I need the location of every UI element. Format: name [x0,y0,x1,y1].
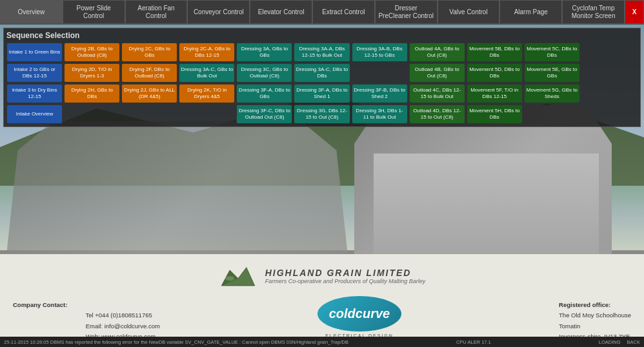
seq-btn-0[interactable]: Intake 1 to Green Bins [6,43,63,62]
coldcurve-logo-text: coldcurve [329,306,390,321]
nav-extract[interactable]: Extract Control [312,0,375,24]
seq-btn-7[interactable]: Outload 4A, GBs to Out (C8) [409,43,465,62]
sequence-panel: Sequence Selection Intake 1 to Green Bin… [3,28,641,127]
seq-btn-37[interactable]: Dressing 3G, DBs 12-15 to Out (C8) [294,104,350,124]
seq-btn-6[interactable]: Dressing 3A-B, DBs 12-15 to GBs [352,43,408,62]
seq-btn-18[interactable]: Movement 5D, DBs to DBs [467,63,523,83]
seq-btn-14[interactable]: Dressing 3A-C, GBs to Bulk Out [179,63,235,83]
status-right: LOADING BACK [599,339,640,345]
seq-btn-32[interactable]: Intake Overview [6,104,63,124]
seq-btn-21[interactable]: Intake 3 to Dry Bins 12-15 [6,84,63,103]
highland-title: HIGHLAND GRAIN LIMITED [265,268,426,278]
seq-btn-5[interactable]: Dressing 3A-A, DBs 12-15 to Bulk Out [294,43,350,62]
right-contact: Registered office: The Old Moy Schoolhou… [559,300,631,342]
registered-line2: Tomatin [559,321,631,332]
seq-btn-29[interactable]: Movement 5F, T/O in DBs 12-15 [467,84,523,103]
status-back[interactable]: BACK [627,339,640,345]
seq-btn-39[interactable]: Outload 4D, DBs 12-15 to Out (C8) [409,104,465,124]
seq-btn-15[interactable]: Dressing 3C, GBs to Outload (C8) [236,63,292,83]
seq-btn-27[interactable]: Dressing 3F-B, DBs to Shed 2 [352,84,408,103]
top-navigation: Overview Power Slide Control Aeration Fa… [0,0,644,25]
svg-point-2 [225,276,234,281]
nav-cyclofan[interactable]: Cyclofan Temp Monitor Screen [562,0,625,24]
nav-aeration-fan[interactable]: Aeration Fan Control [125,0,188,24]
seq-btn-38[interactable]: Dressing 3H, DBs 1-11 to Bulk Out [352,104,408,124]
nav-power-slide[interactable]: Power Slide Control [63,0,125,24]
nav-close[interactable]: X [625,0,644,24]
nav-conveyor[interactable]: Conveyor Control [187,0,250,24]
seq-btn-19[interactable]: Movement 5E, GBs to GBs [524,63,580,83]
nav-alarm[interactable]: Alarm Page [499,0,562,24]
seq-btn-1[interactable]: Drying 2B, GBs to Outload (C8) [64,43,120,62]
seq-btn-9[interactable]: Movement 5C, DBs to DBs [524,43,580,62]
nav-overview[interactable]: Overview [0,0,63,24]
left-contact: Company Contact: Tel +044 (0)1808511765 … [13,300,160,342]
seq-btn-3[interactable]: Drying 2C-A, GBs to DBs 12-15 [179,43,235,62]
seq-btn-20 [581,63,638,83]
coldcurve-logo-bg: coldcurve [317,296,401,332]
seq-btn-31 [581,84,638,103]
highland-text: HIGHLAND GRAIN LIMITED Farmers Co-operat… [265,268,426,284]
seq-btn-16b [352,63,408,83]
contact-company-label: Company Contact: [13,300,160,310]
status-loading: LOADING [599,339,621,345]
seq-btn-4[interactable]: Dressing 3A, GBs to GBs [236,43,292,62]
seq-btn-28[interactable]: Outload 4C, DBs 12-15 to Bulk Out [409,84,465,103]
seq-btn-30[interactable]: Movement 5G, GBs to Sheds [524,84,580,103]
nav-dresser[interactable]: Dresser PreCleaner Control [375,0,438,24]
seq-btn-26[interactable]: Dressing 3F-A, DBs to Shed 1 [294,84,350,103]
status-bar: 25-11-2015 10:28:05 DBMS has reported th… [0,337,644,347]
seq-btn-13[interactable]: Drying 2F, DBs to Outload (C8) [121,63,177,83]
seq-btn-25[interactable]: Dressing 3F-A, DBs to GBs [236,84,292,103]
seq-btn-11[interactable]: Intake 2 to GBs or DBs 12-15 [6,63,63,83]
seq-btn-42 [581,104,638,124]
seq-btn-36[interactable]: Dressing 3F-C, DBs to Outload Out (C8) [236,104,292,124]
main-area: Sequence Selection Intake 1 to Green Bin… [0,25,644,347]
seq-btn-2[interactable]: Drying 2C, GBs to GBs [121,43,177,62]
seq-btn-24[interactable]: Drying 2K, T/O in Dryers 4&5 [179,84,235,103]
seq-btn-8[interactable]: Movement 5B, DBs to DBs [467,43,523,62]
seq-btn-23[interactable]: Drying 2J, GBs to ALL (DR 4&5) [121,84,177,103]
seq-btn-17[interactable]: Outload 4B, GBs to Out (C8) [409,63,465,83]
contact-tel: Tel +044 (0)1808511765 [13,310,160,321]
status-left: 25-11-2015 10:28:05 DBMS has reported th… [4,339,348,345]
status-middle: CPU ALER 17.1 [456,339,491,345]
seq-btn-22[interactable]: Drying 2H, GBs to DBs [64,84,120,103]
nav-elevator[interactable]: Elevator Control [250,0,312,24]
seq-btn-41 [524,104,580,124]
bottom-section: HIGHLAND GRAIN LIMITED Farmers Co-operat… [0,254,644,347]
nav-valve[interactable]: Valve Control [438,0,500,24]
seq-btn-12[interactable]: Drying 2D, T/O in Dryers 1-3 [64,63,120,83]
seq-btn-33 [64,104,120,124]
registered-label: Registered office: [559,300,631,310]
highland-subtitle: Farmers Co-operative and Producers of Qu… [265,278,426,284]
seq-btn-34 [121,104,177,124]
registered-line1: The Old Moy Schoolhouse [559,310,631,321]
contact-email: Email: info@coldcurve.com [13,321,160,332]
highland-logo: HIGHLAND GRAIN LIMITED Farmers Co-operat… [219,264,426,287]
sequence-buttons-grid: Intake 1 to Green Bins Drying 2B, GBs to… [6,43,638,124]
seq-btn-35 [179,104,235,124]
highland-mountain-icon [219,264,257,287]
sequence-title: Sequence Selection [6,31,638,40]
seq-btn-16[interactable]: Dressing 3A-C, DBs to DBs [294,63,350,83]
seq-btn-40[interactable]: Movement 5H, DBs to DBs [467,104,523,124]
seq-btn-10 [581,43,638,62]
highland-section: HIGHLAND GRAIN LIMITED Farmers Co-operat… [13,259,631,292]
